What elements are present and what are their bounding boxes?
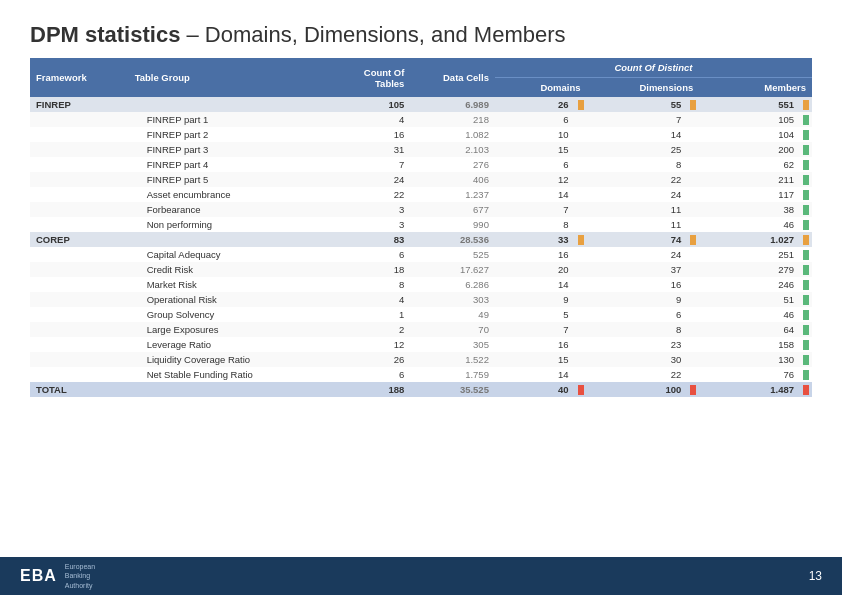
page-container: DPM statistics – Domains, Dimensions, an… [0,0,842,595]
table-row: FINREP part 5244061222211 [30,172,812,187]
cell-members: 104 [699,127,812,142]
members-bar [803,280,809,290]
cell-count-tables: 2 [326,322,411,337]
cell-framework: COREP [30,232,129,247]
cell-framework [30,262,129,277]
members-bar [803,265,809,275]
cell-data-cells: 303 [410,292,495,307]
members-bar [803,100,809,110]
cell-members: 51 [699,292,812,307]
cell-data-cells: 1.759 [410,367,495,382]
cell-members: 76 [699,367,812,382]
cell-table-group: Group Solvency [129,307,326,322]
cell-domains: 9 [495,292,587,307]
cell-dimensions: 25 [587,142,700,157]
cell-framework [30,292,129,307]
cell-members: 551 [699,97,812,112]
cell-dimensions: 8 [587,157,700,172]
cell-domains: 12 [495,172,587,187]
cell-count-tables: 16 [326,127,411,142]
cell-framework [30,352,129,367]
cell-dimensions: 7 [587,112,700,127]
cell-dimensions: 23 [587,337,700,352]
cell-dimensions: 55 [587,97,700,112]
cell-members: 105 [699,112,812,127]
table-row: Capital Adequacy65251624251 [30,247,812,262]
table-row: Asset encumbrance221.2371424117 [30,187,812,202]
cell-framework [30,187,129,202]
cell-domains: 15 [495,142,587,157]
eba-sub-text-3: Authority [65,581,95,590]
domains-bar [578,235,584,245]
eba-logo-text: EBA [20,567,57,585]
page-number: 13 [809,569,822,583]
cell-table-group: Credit Risk [129,262,326,277]
cell-data-cells: 406 [410,172,495,187]
cell-domains: 26 [495,97,587,112]
cell-count-tables: 8 [326,277,411,292]
cell-count-tables: 26 [326,352,411,367]
members-bar [803,145,809,155]
cell-count-tables: 4 [326,112,411,127]
cell-framework [30,322,129,337]
cell-count-tables: 22 [326,187,411,202]
cell-count-tables: 24 [326,172,411,187]
cell-data-cells: 2.103 [410,142,495,157]
cell-domains: 14 [495,187,587,202]
header-row-top: Framework Table Group Count Of Tables Da… [30,58,812,78]
table-row: Liquidity Coverage Ratio261.5221530130 [30,352,812,367]
cell-count-tables: 6 [326,247,411,262]
table-row: FINREP part 1421867105 [30,112,812,127]
cell-framework [30,142,129,157]
cell-table-group: FINREP part 3 [129,142,326,157]
cell-dimensions: 6 [587,307,700,322]
cell-data-cells: 6.989 [410,97,495,112]
cell-dimensions: 22 [587,172,700,187]
cell-table-group [129,382,326,397]
cell-table-group: Leverage Ratio [129,337,326,352]
cell-domains: 16 [495,337,587,352]
cell-count-tables: 4 [326,292,411,307]
cell-data-cells: 1.082 [410,127,495,142]
cell-table-group: FINREP part 5 [129,172,326,187]
table-row: FINREP1056.9892655551 [30,97,812,112]
table-row: Leverage Ratio123051623158 [30,337,812,352]
table-row: Operational Risk43039951 [30,292,812,307]
table-row: Market Risk86.2861416246 [30,277,812,292]
page-title: DPM statistics – Domains, Dimensions, an… [30,22,812,48]
cell-table-group: Net Stable Funding Ratio [129,367,326,382]
cell-data-cells: 17.627 [410,262,495,277]
col-dimensions: Dimensions [587,78,700,98]
col-count-distinct: Count Of Distinct [495,58,812,78]
table-row: Group Solvency1495646 [30,307,812,322]
cell-framework: FINREP [30,97,129,112]
cell-table-group: Capital Adequacy [129,247,326,262]
cell-data-cells: 677 [410,202,495,217]
cell-count-tables: 6 [326,367,411,382]
cell-members: 1.487 [699,382,812,397]
cell-domains: 16 [495,247,587,262]
cell-table-group: FINREP part 1 [129,112,326,127]
cell-dimensions: 30 [587,352,700,367]
domains-bar [578,100,584,110]
members-bar [803,295,809,305]
cell-data-cells: 28.536 [410,232,495,247]
cell-dimensions: 22 [587,367,700,382]
cell-count-tables: 1 [326,307,411,322]
cell-framework [30,337,129,352]
members-bar [803,355,809,365]
col-table-group: Table Group [129,58,326,97]
cell-dimensions: 24 [587,247,700,262]
cell-dimensions: 74 [587,232,700,247]
cell-table-group: Forbearance [129,202,326,217]
members-bar [803,220,809,230]
members-bar [803,370,809,380]
cell-domains: 10 [495,127,587,142]
cell-framework [30,367,129,382]
table-row: FINREP part 472766862 [30,157,812,172]
members-bar [803,130,809,140]
cell-count-tables: 188 [326,382,411,397]
cell-members: 62 [699,157,812,172]
cell-data-cells: 70 [410,322,495,337]
domains-bar [578,385,584,395]
